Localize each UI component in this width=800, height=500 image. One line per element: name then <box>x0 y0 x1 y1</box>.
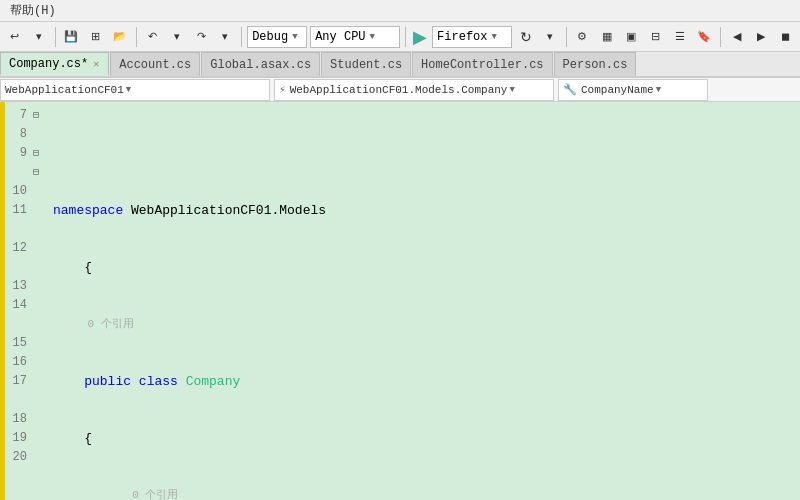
collapse-markers: ⊟ ⊟ ⊟ <box>33 102 45 500</box>
refresh-button[interactable]: ↻ <box>515 26 536 48</box>
kw-public10: public <box>84 372 139 391</box>
ln-20: 20 <box>9 448 27 467</box>
debug-dropdown[interactable]: Debug ▼ <box>247 26 307 48</box>
ln-16: 16 <box>9 353 27 372</box>
refresh-dropdown[interactable]: ▾ <box>539 26 560 48</box>
tab-global-label: Global.asax.cs <box>210 58 311 72</box>
ln-12: 12 <box>9 239 27 258</box>
ln-10: 10 <box>9 182 27 201</box>
member-icon: 🔧 <box>563 83 577 96</box>
menu-bar: 帮助(H) <box>0 0 800 22</box>
build-btn4[interactable]: ⊟ <box>645 26 666 48</box>
extra-btn3[interactable]: ◼ <box>775 26 796 48</box>
cpu-dropdown[interactable]: Any CPU ▼ <box>310 26 400 48</box>
namespace-label: WebApplicationCF01.Models.Company <box>290 84 508 96</box>
brace-open9: { <box>53 258 92 277</box>
code-line-10: public class Company <box>53 372 792 391</box>
namespace-dropdown-arrow: ▼ <box>509 85 514 95</box>
tab-company-label: Company.cs* <box>9 57 88 71</box>
build-btn1[interactable]: ⚙ <box>572 26 593 48</box>
tab-homecontroller[interactable]: HomeController.cs <box>412 52 552 76</box>
tab-student[interactable]: Student.cs <box>321 52 411 76</box>
ln-11: 11 <box>9 201 27 220</box>
ln-18: 18 <box>9 410 27 429</box>
ln-19: 19 <box>9 429 27 448</box>
bookmark-btn[interactable]: 🔖 <box>694 26 715 48</box>
undo-button[interactable]: ↩ <box>4 26 25 48</box>
ref-count-0key: 0 个引用 <box>53 486 178 500</box>
browser-dropdown[interactable]: Firefox ▼ <box>432 26 512 48</box>
tab-person[interactable]: Person.cs <box>554 52 637 76</box>
build-btn5[interactable]: ☰ <box>669 26 690 48</box>
ln-14: 14 <box>9 296 27 315</box>
namespace-dropdown[interactable]: ⚡ WebApplicationCF01.Models.Company ▼ <box>274 79 554 101</box>
code-line-11: { <box>53 429 792 448</box>
nav-bar: WebApplicationCF01 ▼ ⚡ WebApplicationCF0… <box>0 78 800 102</box>
brace-open11: { <box>84 429 92 448</box>
cm-11: ⊟ <box>33 163 45 182</box>
tab-global[interactable]: Global.asax.cs <box>201 52 320 76</box>
code-content[interactable]: namespace WebApplicationCF01.Models { 0 … <box>45 102 800 500</box>
code-editor[interactable]: 7 8 9 0 10 11 0 12 0 13 14 0 15 16 17 0 … <box>0 102 800 500</box>
tabs-bar: Company.cs* ✕ Account.cs Global.asax.cs … <box>0 52 800 78</box>
open-file-button[interactable]: 📂 <box>109 26 130 48</box>
ln-blank1: 0 <box>9 163 27 182</box>
tab-student-label: Student.cs <box>330 58 402 72</box>
sep6 <box>720 27 721 47</box>
extra-btn2[interactable]: ▶ <box>750 26 771 48</box>
undo-dropdown[interactable]: ▾ <box>28 26 49 48</box>
cm-9: ⊟ <box>33 106 45 125</box>
ln-15: 15 <box>9 334 27 353</box>
save-button[interactable]: 💾 <box>61 26 82 48</box>
sep5 <box>566 27 567 47</box>
namespace-value: WebApplicationCF01.Models <box>131 201 326 220</box>
build-btn3[interactable]: ▣ <box>621 26 642 48</box>
sep4 <box>405 27 406 47</box>
redo-button[interactable]: ↷ <box>190 26 211 48</box>
code-line-ref1: 0 个引用 <box>53 315 792 334</box>
member-dropdown-arrow: ▼ <box>656 85 661 95</box>
ln-17: 17 <box>9 372 27 391</box>
kw-namespace: namespace <box>53 201 131 220</box>
tab-company-close[interactable]: ✕ <box>92 58 100 70</box>
member-label: CompanyName <box>581 84 654 96</box>
cm-ref2 <box>33 182 45 201</box>
kw-class10: class <box>139 372 186 391</box>
code-line-7 <box>53 144 792 163</box>
ln-blank5: 0 <box>9 391 27 410</box>
menu-help[interactable]: 帮助(H) <box>4 2 62 19</box>
tab-company[interactable]: Company.cs* ✕ <box>0 52 109 76</box>
project-label: WebApplicationCF01 <box>5 84 124 96</box>
undo2-dropdown[interactable]: ▾ <box>166 26 187 48</box>
cpu-label: Any CPU <box>315 30 365 44</box>
ln-blank3: 0 <box>9 258 27 277</box>
cm-10: ⊟ <box>33 144 45 163</box>
debug-label: Debug <box>252 30 288 44</box>
sep3 <box>241 27 242 47</box>
project-dropdown[interactable]: WebApplicationCF01 ▼ <box>0 79 270 101</box>
cls-company: Company <box>186 372 241 391</box>
tab-homecontroller-label: HomeController.cs <box>421 58 543 72</box>
member-dropdown[interactable]: 🔧 CompanyName ▼ <box>558 79 708 101</box>
extra-btn1[interactable]: ◀ <box>726 26 747 48</box>
ln-13: 13 <box>9 277 27 296</box>
cm-ref4 <box>33 220 45 239</box>
play-button[interactable]: ▶ <box>411 26 429 48</box>
browser-label: Firefox <box>437 30 487 44</box>
code-line-ref2: 0 个引用 <box>53 486 792 500</box>
namespace-icon: ⚡ <box>279 83 286 96</box>
undo2-button[interactable]: ↶ <box>142 26 163 48</box>
ln-blank2: 0 <box>9 220 27 239</box>
tab-account[interactable]: Account.cs <box>110 52 200 76</box>
code-line-9: { <box>53 258 792 277</box>
cm-ref1 <box>33 125 45 144</box>
toolbar: ↩ ▾ 💾 ⊞ 📂 ↶ ▾ ↷ ▾ Debug ▼ Any CPU ▼ ▶ Fi… <box>0 22 800 52</box>
indent11 <box>53 429 84 448</box>
save-all-button[interactable]: ⊞ <box>85 26 106 48</box>
sep1 <box>55 27 56 47</box>
sep2 <box>136 27 137 47</box>
debug-dropdown-arrow: ▼ <box>292 32 297 42</box>
build-btn2[interactable]: ▦ <box>596 26 617 48</box>
redo-dropdown[interactable]: ▾ <box>215 26 236 48</box>
ref-count-0ref1: 0 个引用 <box>61 315 134 334</box>
